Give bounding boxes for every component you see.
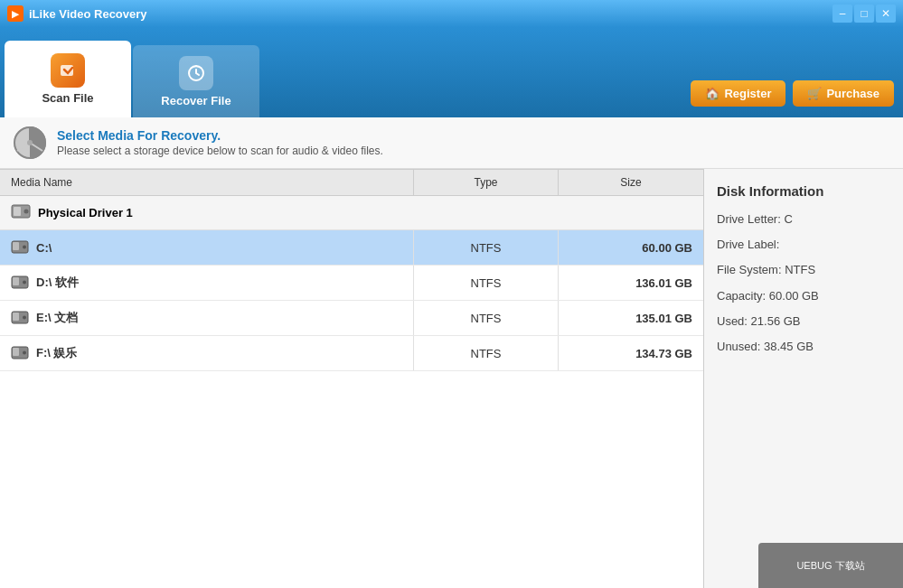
banner-subtitle: Please select a storage device below to … — [57, 145, 383, 157]
svg-point-15 — [23, 316, 26, 320]
table-row[interactable]: D:\ 软件 NTFS 136.01 GB — [0, 266, 703, 301]
svg-rect-8 — [13, 242, 19, 250]
row-name: F:\ 娱乐 — [36, 345, 78, 361]
toolbar: Scan File Recover File 🏠 Register 🛒 Purc… — [0, 27, 903, 117]
register-label: Register — [724, 87, 771, 100]
content-split: Media Name Type Size Physical Driver 1 — [0, 169, 903, 588]
recover-tab-label: Recover File — [161, 94, 230, 107]
tab-scan-file[interactable]: Scan File — [5, 41, 131, 117]
drive-icon — [11, 203, 31, 222]
watermark: UEBUG 下载站 — [758, 543, 903, 588]
drive-item-icon — [11, 238, 29, 257]
disk-info-panel: Disk Information Drive Letter: C Drive L… — [704, 169, 903, 588]
table-body: Physical Driver 1 C:\ NTFS 60.00 GB — [0, 196, 703, 588]
table-row[interactable]: F:\ 娱乐 NTFS 134.73 GB — [0, 336, 703, 371]
cell-size: 135.01 GB — [559, 301, 703, 335]
cell-name: F:\ 娱乐 — [0, 336, 414, 370]
purchase-icon: 🛒 — [807, 87, 822, 100]
svg-point-6 — [24, 210, 29, 214]
svg-rect-14 — [13, 313, 19, 321]
purchase-button[interactable]: 🛒 Purchase — [793, 80, 894, 107]
cell-name: D:\ 软件 — [0, 266, 414, 300]
cell-size: 136.01 GB — [559, 266, 703, 300]
data-rows: C:\ NTFS 60.00 GB D:\ 软件 NTFS 136.01 GB — [0, 230, 703, 371]
disk-used-value: 21.56 GB — [751, 314, 801, 328]
scan-tab-label: Scan File — [42, 91, 93, 105]
info-banner: Select Media For Recovery. Please select… — [0, 117, 903, 169]
disk-info-title: Disk Information — [717, 183, 890, 199]
row-name: C:\ — [36, 241, 52, 255]
info-icon — [14, 126, 46, 159]
disk-drive-letter: Drive Letter: C — [717, 211, 890, 228]
svg-point-18 — [23, 351, 26, 355]
tab-recover-file[interactable]: Recover File — [133, 45, 259, 117]
window-controls: – □ ✕ — [832, 5, 896, 23]
info-text: Select Media For Recovery. Please select… — [57, 128, 383, 157]
cell-type: NTFS — [414, 266, 559, 300]
disk-drive-letter-value: C — [784, 212, 792, 226]
table-row[interactable]: C:\ NTFS 60.00 GB — [0, 230, 703, 266]
header-buttons: 🏠 Register 🛒 Purchase — [691, 80, 894, 107]
drive-item-icon — [11, 344, 29, 362]
drive-item-icon — [11, 274, 29, 292]
group-row-physical: Physical Driver 1 — [0, 196, 703, 230]
disk-capacity: Capacity: 60.00 GB — [717, 288, 890, 304]
recover-icon — [179, 56, 213, 90]
disk-capacity-value: 60.00 GB — [769, 289, 819, 303]
table-row[interactable]: E:\ 文档 NTFS 135.01 GB — [0, 301, 703, 336]
cell-size: 60.00 GB — [559, 230, 703, 265]
disk-drive-label: Drive Label: — [717, 237, 890, 253]
col-type: Type — [414, 170, 559, 195]
cell-type: NTFS — [414, 336, 559, 370]
cell-name: E:\ 文档 — [0, 301, 414, 335]
group-label: Physical Driver 1 — [38, 206, 133, 219]
minimize-button[interactable]: – — [832, 5, 852, 23]
app-icon: ▶ — [7, 5, 24, 22]
drive-item-icon — [11, 309, 29, 327]
main-content: Select Media For Recovery. Please select… — [0, 117, 903, 588]
svg-rect-17 — [13, 348, 19, 356]
disk-unused: Unused: 38.45 GB — [717, 339, 890, 355]
cell-size: 134.73 GB — [559, 336, 703, 370]
close-button[interactable]: ✕ — [876, 5, 896, 23]
scan-icon — [51, 53, 85, 88]
svg-point-3 — [27, 140, 33, 145]
cell-type: NTFS — [414, 301, 559, 335]
cell-name: C:\ — [0, 230, 414, 265]
disk-unused-value: 38.45 GB — [764, 340, 814, 353]
register-icon: 🏠 — [705, 87, 720, 100]
col-size: Size — [559, 170, 703, 195]
disk-used: Used: 21.56 GB — [717, 313, 890, 330]
table-area: Media Name Type Size Physical Driver 1 — [0, 169, 704, 588]
col-media-name: Media Name — [0, 170, 414, 195]
banner-title: Select Media For Recovery. — [57, 128, 383, 143]
svg-rect-11 — [13, 277, 19, 285]
purchase-label: Purchase — [826, 87, 879, 100]
svg-point-12 — [23, 281, 26, 285]
maximize-button[interactable]: □ — [854, 5, 874, 23]
svg-point-9 — [23, 246, 26, 249]
watermark-text: UEBUG 下载站 — [796, 559, 864, 573]
disk-filesystem: File System: NTFS — [717, 262, 890, 278]
titlebar: ▶ iLike Video Recovery – □ ✕ — [0, 0, 903, 27]
svg-rect-5 — [14, 207, 21, 216]
app-title: iLike Video Recovery — [29, 7, 147, 21]
row-name: D:\ 软件 — [36, 275, 79, 291]
disk-filesystem-value: NTFS — [785, 263, 815, 276]
cell-type: NTFS — [414, 230, 559, 265]
table-header: Media Name Type Size — [0, 169, 703, 196]
register-button[interactable]: 🏠 Register — [691, 80, 785, 107]
row-name: E:\ 文档 — [36, 310, 78, 326]
